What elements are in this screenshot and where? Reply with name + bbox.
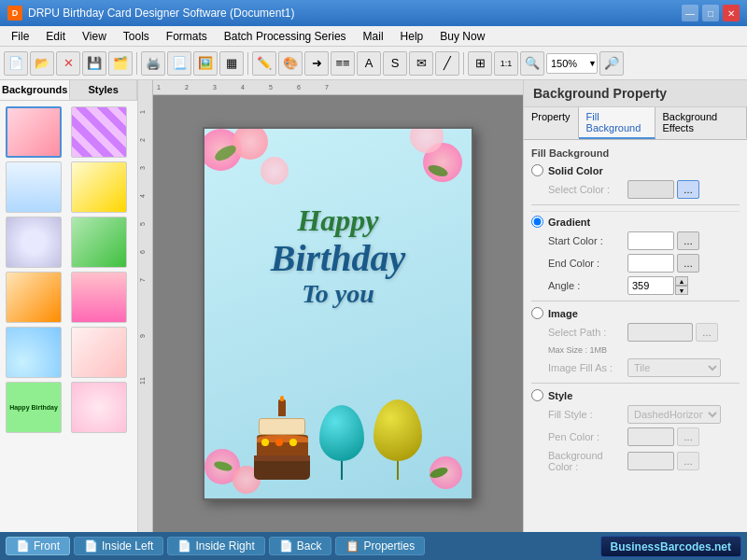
gradient-row: Gradient — [531, 211, 740, 228]
thumb-4[interactable] — [71, 161, 127, 213]
tab-inside-right-label: Inside Right — [195, 539, 254, 553]
solid-color-radio[interactable] — [531, 164, 543, 176]
style-label: Style — [548, 390, 572, 401]
tab-properties[interactable]: 📋 Properties — [335, 537, 425, 555]
close-button[interactable]: ✕ — [723, 5, 740, 21]
thumb-6[interactable] — [71, 217, 127, 268]
image-fill-as-row: Image Fill As : Tile — [531, 358, 740, 377]
tab-inside-left[interactable]: 📄 Inside Left — [74, 537, 163, 555]
text-button[interactable]: A — [357, 51, 381, 76]
sep3 — [463, 52, 464, 75]
pen-button[interactable]: ✏️ — [252, 51, 276, 76]
menu-batch[interactable]: Batch Processing Series — [217, 28, 354, 45]
menu-mail[interactable]: Mail — [356, 28, 391, 45]
card-line2: Birthday — [214, 238, 462, 279]
balloon-teal — [319, 405, 364, 480]
end-color-label: End Color : — [548, 258, 627, 269]
aspect-button[interactable]: 1:1 — [494, 51, 518, 76]
card-bottom-area — [204, 349, 472, 498]
left-panel: Backgrounds Styles Happy Birthday — [0, 80, 138, 532]
fill-style-label: Fill Style : — [548, 409, 627, 420]
image-radio[interactable] — [531, 307, 543, 319]
title-bar-left: D DRPU Birthday Card Designer Software (… — [7, 6, 294, 21]
menu-tools[interactable]: Tools — [116, 28, 157, 45]
tab-properties-label: Properties — [363, 539, 415, 553]
gradient-radio[interactable] — [531, 216, 543, 228]
style-radio[interactable] — [531, 389, 543, 401]
print2-button[interactable]: 📃 — [167, 51, 191, 76]
menu-view[interactable]: View — [75, 28, 114, 45]
tab-background-effects[interactable]: Background Effects — [655, 107, 748, 139]
barcode2-button[interactable]: ≡≡ — [331, 51, 355, 76]
image-fill-as-label: Image Fill As : — [548, 362, 627, 373]
app-icon: D — [7, 6, 22, 21]
arrow-button[interactable]: ➜ — [304, 51, 329, 76]
tab-styles[interactable]: Styles — [70, 80, 137, 100]
thumb-7[interactable] — [6, 272, 62, 323]
save-button[interactable]: 💾 — [82, 51, 106, 76]
angle-input[interactable] — [627, 276, 674, 295]
solid-color-browse[interactable]: … — [677, 180, 699, 199]
thumb-2[interactable] — [71, 106, 127, 158]
angle-down[interactable]: ▼ — [675, 286, 688, 295]
property-tabs: Property Fill Background Background Effe… — [524, 107, 747, 140]
thumb-5[interactable] — [6, 217, 62, 268]
zoom-dropdown-icon[interactable]: ▼ — [588, 59, 597, 68]
menu-edit[interactable]: Edit — [38, 28, 73, 45]
thumb-3[interactable] — [6, 161, 62, 213]
maximize-button[interactable]: □ — [702, 5, 719, 21]
start-color-browse[interactable]: … — [677, 231, 699, 250]
style-row: Style — [531, 389, 740, 401]
fill-button[interactable]: 🎨 — [278, 51, 303, 76]
inside-left-icon: 📄 — [84, 539, 98, 553]
tab-backgrounds[interactable]: Backgrounds — [0, 80, 70, 100]
menu-file[interactable]: File — [4, 28, 36, 45]
start-color-input[interactable] — [627, 231, 674, 250]
image-button[interactable]: 🖼️ — [193, 51, 218, 76]
barcode-button[interactable]: ▦ — [219, 51, 244, 76]
zoom-in-button[interactable]: 🔍 — [520, 51, 544, 76]
menu-formats[interactable]: Formats — [159, 28, 215, 45]
thumb-9[interactable] — [6, 327, 62, 378]
grid-button[interactable]: ⊞ — [468, 51, 492, 76]
email-button[interactable]: ✉ — [409, 51, 433, 76]
inside-right-icon: 📄 — [177, 539, 191, 553]
brand-name: BusinessBarcodes — [611, 540, 712, 553]
thumb-8[interactable] — [71, 272, 127, 323]
tab-fill-background[interactable]: Fill Background — [579, 107, 655, 139]
close-doc-button[interactable]: ✕ — [56, 51, 80, 76]
shape-button[interactable]: S — [383, 51, 407, 76]
tab-back[interactable]: 📄 Back — [269, 537, 332, 555]
zoom-input[interactable] — [551, 58, 586, 69]
thumb-1[interactable] — [6, 106, 62, 158]
angle-up[interactable]: ▲ — [675, 276, 688, 286]
end-color-browse[interactable]: … — [677, 254, 699, 273]
angle-row: Angle : ▲ ▼ — [531, 276, 740, 295]
title-bar: D DRPU Birthday Card Designer Software (… — [0, 0, 747, 26]
solid-color-label: Solid Color — [548, 165, 603, 176]
open-button[interactable]: 📂 — [30, 51, 54, 76]
zoom-out-button[interactable]: 🔎 — [599, 51, 624, 76]
tab-inside-right[interactable]: 📄 Inside Right — [167, 537, 264, 555]
line-button[interactable]: ╱ — [435, 51, 459, 76]
menu-buynow[interactable]: Buy Now — [432, 28, 492, 45]
bottom-tabs: 📄 Front 📄 Inside Left 📄 Inside Right 📄 B… — [6, 537, 425, 555]
divider1 — [531, 204, 740, 205]
save-all-button[interactable]: 🗂️ — [108, 51, 133, 76]
minimize-button[interactable]: — — [682, 5, 698, 21]
tab-property[interactable]: Property — [524, 107, 579, 139]
thumb-12[interactable] — [71, 382, 127, 433]
tab-front[interactable]: 📄 Front — [6, 537, 70, 555]
max-size-text: Max Size : 1MB — [531, 345, 740, 355]
new-button[interactable]: 📄 — [4, 51, 28, 76]
menu-help[interactable]: Help — [393, 28, 431, 45]
tab-back-label: Back — [297, 539, 322, 553]
path-browse: … — [696, 323, 718, 342]
thumb-10[interactable] — [71, 327, 127, 378]
print-button[interactable]: 🖨️ — [141, 51, 165, 76]
bottom-bar: 📄 Front 📄 Inside Left 📄 Inside Right 📄 B… — [0, 532, 747, 560]
thumb-11[interactable]: Happy Birthday — [6, 382, 62, 433]
end-color-input[interactable] — [627, 254, 674, 273]
sep2 — [247, 52, 248, 75]
toolbar: 📄 📂 ✕ 💾 🗂️ 🖨️ 📃 🖼️ ▦ ✏️ 🎨 ➜ ≡≡ A S ✉ ╱ ⊞… — [0, 47, 747, 80]
